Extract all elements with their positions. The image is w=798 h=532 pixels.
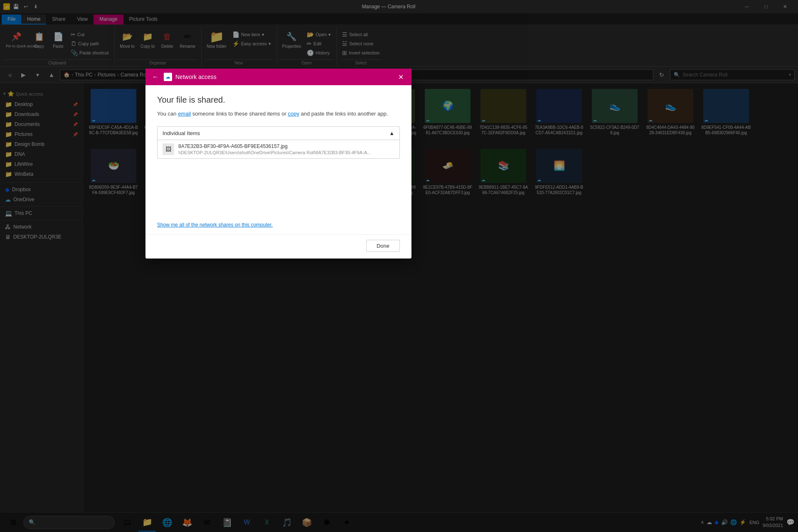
modal-title-bar: Network access [175, 74, 392, 80]
modal-close-button[interactable]: ✕ [395, 71, 406, 83]
dropdown-label: Individual Items [163, 130, 200, 136]
modal-dropdown: Individual Items ▲ 🖼 8A7E32B3-BF30-4F9A-… [157, 126, 400, 159]
dropdown-content: 🖼 8A7E32B3-BF30-4F9A-A605-BF9EE4536157.j… [158, 140, 399, 158]
desc-before: You can [157, 111, 178, 117]
modal-back-button[interactable]: ← [150, 72, 160, 82]
email-link[interactable]: email [178, 111, 191, 117]
modal-app-icon: ☁ [164, 73, 172, 81]
modal-main-title: Your file is shared. [157, 95, 400, 105]
copy-link[interactable]: copy [288, 111, 299, 117]
file-info: 8A7E32B3-BF30-4F9A-A605-BF9EE4536157.jpg… [178, 143, 371, 155]
modal-overlay: ← ☁ Network access ✕ Your file is shared… [0, 0, 798, 532]
desc-after: and paste the links into another app. [299, 111, 388, 117]
modal-footer: Done [145, 234, 411, 259]
modal-file-name: 8A7E32B3-BF30-4F9A-A605-BF9EE4536157.jpg [178, 143, 371, 149]
modal-header: ← ☁ Network access ✕ [145, 69, 411, 85]
network-shares-link[interactable]: Show me all of the network shares on thi… [145, 222, 411, 234]
dropdown-chevron-icon: ▲ [389, 130, 394, 136]
modal-file-item[interactable]: 🖼 8A7E32B3-BF30-4F9A-A605-BF9EE4536157.j… [158, 140, 399, 158]
file-type-icon: 🖼 [163, 143, 174, 155]
onedrive-modal-icon: ☁ [165, 74, 170, 80]
done-button[interactable]: Done [366, 240, 400, 252]
desc-middle: someone links to these shared items or [191, 111, 288, 117]
dropdown-header[interactable]: Individual Items ▲ [158, 127, 399, 140]
network-access-modal: ← ☁ Network access ✕ Your file is shared… [145, 69, 411, 259]
modal-body: Your file is shared. You can email someo… [145, 85, 411, 222]
modal-file-path: \\DESKTOP-2ULQR3E\Users\shutt\OneDrive\P… [178, 150, 371, 155]
modal-empty-area [157, 165, 400, 215]
modal-description: You can email someone links to these sha… [157, 110, 400, 118]
